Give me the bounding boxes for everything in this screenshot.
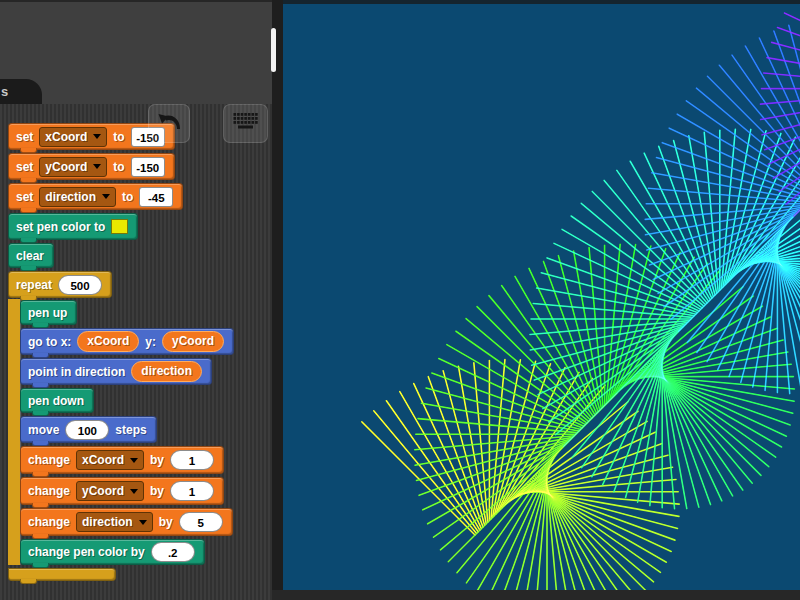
value-slot[interactable]: -45 [139, 187, 173, 207]
script-block[interactable]: change pen color by.2 [20, 539, 205, 565]
value-slot[interactable]: 1 [170, 450, 214, 470]
scripts-pane: s setxCoordto-150setyCoordto-150setdirec… [0, 0, 272, 600]
block-label: set [16, 160, 33, 174]
script-block[interactable]: changedirectionby5 [20, 508, 233, 536]
block-label: by [159, 515, 173, 529]
keyboard-icon [232, 112, 259, 135]
repeat-block-mouth: pen upgo to x:xCoordy:yCoordpoint in dir… [8, 299, 234, 565]
script-block[interactable]: changexCoordby1 [20, 446, 224, 474]
block-label: pen up [28, 306, 67, 320]
value-slot[interactable]: 500 [58, 275, 102, 295]
stage [283, 0, 800, 600]
block-label: set [16, 130, 33, 144]
block-label: repeat [16, 278, 52, 292]
block-label: to [122, 190, 133, 204]
variable-dropdown[interactable]: direction [76, 512, 153, 532]
stage-bottom-strip [272, 590, 800, 600]
chevron-down-icon [130, 458, 138, 463]
block-label: change [28, 515, 70, 529]
block-label: set [16, 190, 33, 204]
repeat-block-bottom[interactable] [8, 568, 116, 581]
variable-reporter[interactable]: direction [131, 361, 202, 382]
variable-dropdown-value: yCoord [45, 160, 87, 174]
block-label: by [150, 484, 164, 498]
color-swatch[interactable] [111, 219, 128, 234]
variable-dropdown[interactable]: direction [39, 187, 116, 207]
script-block[interactable]: set pen color to [8, 213, 138, 240]
stage-top-strip [283, 0, 800, 4]
block-label: to [113, 160, 124, 174]
block-label: set pen color to [16, 220, 105, 234]
value-slot[interactable]: 1 [170, 481, 214, 501]
script-block[interactable]: clear [8, 243, 54, 268]
scrollbar-thumb[interactable] [271, 28, 276, 72]
block-label: change pen color by [28, 545, 145, 559]
variable-dropdown[interactable]: yCoord [39, 157, 107, 177]
variable-dropdown-value: yCoord [82, 484, 124, 498]
pane-divider[interactable] [272, 0, 283, 600]
script-block[interactable]: repeat500 [8, 271, 112, 298]
script-block[interactable]: go to x:xCoordy:yCoord [20, 328, 234, 355]
script-block[interactable]: move100steps [20, 416, 157, 443]
script-block[interactable]: pen up [20, 300, 77, 325]
variable-dropdown[interactable]: xCoord [39, 127, 107, 147]
script-block[interactable]: setyCoordto-150 [8, 153, 175, 180]
chevron-down-icon [139, 520, 147, 525]
undo-arrow-icon [156, 111, 182, 137]
script-block[interactable]: pen down [20, 388, 94, 413]
value-slot[interactable]: 100 [65, 420, 109, 440]
block-label: move [28, 423, 59, 437]
chevron-down-icon [102, 194, 110, 199]
chevron-down-icon [93, 164, 101, 169]
snap-ide-window: s setxCoordto-150setyCoordto-150setdirec… [0, 0, 800, 600]
keyboard-button[interactable] [223, 104, 268, 143]
variable-dropdown-value: direction [82, 515, 133, 529]
undo-button[interactable] [148, 104, 190, 143]
variable-dropdown[interactable]: yCoord [76, 481, 144, 501]
block-label: change [28, 453, 70, 467]
variable-reporter[interactable]: xCoord [77, 331, 139, 352]
block-label: go to x: [28, 335, 71, 349]
variable-reporter[interactable]: yCoord [162, 331, 224, 352]
block-label: steps [115, 423, 146, 437]
pen-drawing-canvas [283, 4, 800, 590]
variable-dropdown-value: xCoord [45, 130, 87, 144]
script-block[interactable]: point in directiondirection [20, 358, 212, 385]
script-stack: setxCoordto-150setyCoordto-150setdirecti… [8, 123, 234, 581]
block-label: change [28, 484, 70, 498]
block-label: point in direction [28, 365, 125, 379]
chevron-down-icon [93, 134, 101, 139]
variable-dropdown[interactable]: xCoord [76, 450, 144, 470]
value-slot[interactable]: -150 [131, 157, 165, 177]
block-label: y: [145, 335, 156, 349]
value-slot[interactable]: .2 [151, 542, 195, 562]
tab-scripts[interactable]: s [0, 79, 42, 104]
block-label: by [150, 453, 164, 467]
script-block[interactable]: changeyCoordby1 [20, 477, 224, 505]
variable-dropdown-value: xCoord [82, 453, 124, 467]
block-label: clear [16, 249, 44, 263]
chevron-down-icon [130, 489, 138, 494]
block-label: to [113, 130, 124, 144]
value-slot[interactable]: 5 [179, 512, 223, 532]
variable-dropdown-value: direction [45, 190, 96, 204]
block-label: pen down [28, 394, 84, 408]
script-block[interactable]: setdirectionto-45 [8, 183, 183, 210]
